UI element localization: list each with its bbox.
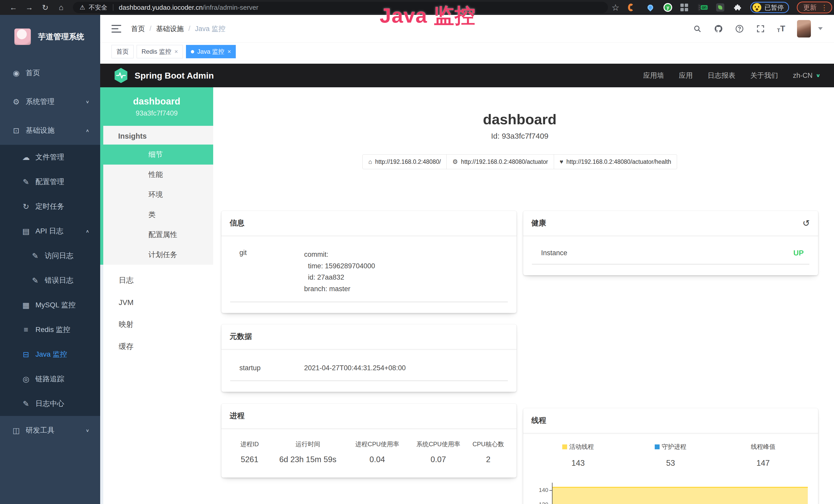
update-label: 更新: [803, 3, 816, 12]
sba-brand[interactable]: Spring Boot Admin: [113, 68, 214, 84]
instance-name: dashboard: [100, 96, 213, 107]
sidebar-item-scheduled-jobs[interactable]: ↻ 定时任务: [0, 194, 100, 219]
sba-nav-journal[interactable]: 日志报表: [708, 71, 736, 80]
close-icon[interactable]: ×: [174, 48, 178, 55]
extensions-puzzle-icon[interactable]: [733, 3, 743, 12]
tab-java-monitor[interactable]: Java 监控 ×: [186, 45, 236, 58]
cloud-icon: ☁: [21, 153, 31, 162]
peak-threads-value: 147: [717, 459, 809, 468]
threads-card: 线程 活动线程 143 守护进程: [523, 408, 818, 504]
info-card: 信息 git commit: time: 1596289704000 id: 2…: [221, 211, 517, 313]
not-secure-label[interactable]: 不安全: [89, 3, 107, 12]
tab-home[interactable]: 首页: [111, 45, 134, 58]
sidebar-item-home[interactable]: ◉ 首页: [0, 59, 100, 87]
user-avatar[interactable]: [797, 20, 811, 38]
home-icon: ⌂: [368, 158, 372, 165]
sidebar-item-redis-monitor[interactable]: ≡ Redis 监控: [0, 317, 100, 342]
extension-colorzilla-icon[interactable]: [628, 3, 638, 12]
actuator-url-button[interactable]: ⚙ http://192.168.0.2:48080/actuator: [446, 154, 554, 169]
sidebar-item-error-log[interactable]: ✎ 错误日志: [0, 268, 100, 293]
menu-item-jvm[interactable]: JVM: [103, 292, 213, 314]
fullscreen-icon[interactable]: [756, 24, 765, 33]
log-icon: ▤: [21, 227, 31, 236]
chevron-down-icon: ∨: [86, 428, 89, 433]
help-icon[interactable]: [735, 24, 744, 33]
url-path: /infra/admin-server: [203, 4, 258, 11]
cpu-cores: 2: [469, 451, 507, 467]
menu-item-scheduled-tasks[interactable]: 计划任务: [103, 245, 213, 265]
sidebar-item-java-monitor[interactable]: ⊟ Java 监控: [0, 342, 100, 367]
metadata-card-header: 元数据: [221, 324, 517, 349]
sidebar-item-infra[interactable]: ⊡ 基础设施 ∧: [0, 116, 100, 145]
font-size-icon[interactable]: TT: [777, 24, 785, 33]
sidebar-item-access-log[interactable]: ✎ 访问日志: [0, 244, 100, 268]
menu-item-caches[interactable]: 缓存: [103, 336, 213, 358]
menu-item-environment[interactable]: 环境: [103, 185, 213, 205]
sidebar-item-file-manage[interactable]: ☁ 文件管理: [0, 145, 100, 169]
menu-item-metrics[interactable]: 性能: [103, 165, 213, 185]
health-url-button[interactable]: ♥ http://192.168.0.2:48080/actuator/heal…: [554, 154, 677, 169]
chevron-up-icon: ∧: [86, 128, 89, 133]
sidebar-toggle-icon[interactable]: [111, 25, 121, 32]
screen-icon: ⊟: [21, 350, 31, 359]
sidebar-item-system[interactable]: ⚙ 系统管理 ∨: [0, 87, 100, 116]
menu-item-details[interactable]: 细节: [103, 144, 213, 165]
sba-language-select[interactable]: zh-CN ∨: [793, 72, 821, 79]
sba-content: dashboard Id: 93a3fc7f7409 ⌂ http://192.…: [213, 87, 834, 504]
threads-card-header: 线程: [523, 408, 818, 433]
timer-icon: ↻: [21, 202, 31, 211]
breadcrumb-home[interactable]: 首页: [131, 24, 145, 33]
wrench-icon: ⚙: [452, 158, 458, 165]
breadcrumb: 首页 / 基础设施 / Java 监控: [131, 24, 225, 33]
menu-item-config-props[interactable]: 配置属性: [103, 225, 213, 245]
breadcrumb-infra[interactable]: 基础设施: [156, 24, 184, 33]
browser-home-button[interactable]: ⌂: [54, 2, 68, 13]
github-icon[interactable]: [714, 24, 723, 33]
sba-nav-wallboard[interactable]: 应用墙: [643, 71, 664, 80]
browser-back-button[interactable]: ←: [7, 2, 20, 13]
sba-logo-icon: [113, 68, 128, 84]
gear-icon: ⚙: [11, 97, 22, 106]
threads-chart: 140 120 100: [532, 481, 810, 504]
y-tick-140: 140: [532, 487, 548, 494]
sidebar-item-dev-tools[interactable]: ◫ 研发工具 ∨: [0, 416, 100, 445]
extension-switch-on-icon[interactable]: on: [698, 3, 708, 12]
bookmark-star-icon[interactable]: ☆: [611, 3, 620, 12]
eye-icon: ◎: [21, 374, 31, 384]
extension-grid-icon[interactable]: [680, 3, 690, 12]
browser-menu-icon[interactable]: ⋮: [821, 3, 828, 12]
infra-submenu: ☁ 文件管理 ✎ 配置管理 ↻ 定时任务 ▤ API 日志 ∧ ✎ 访问日志 ✎: [0, 145, 100, 416]
close-icon[interactable]: ×: [227, 48, 231, 55]
extension-leaf-icon[interactable]: [715, 3, 725, 12]
avatar-caret-icon[interactable]: [818, 27, 823, 30]
tab-redis-monitor[interactable]: Redis 监控 ×: [137, 45, 183, 58]
sba-header: Spring Boot Admin 应用墙 应用 日志报表 关于我们 zh-CN…: [100, 64, 834, 87]
address-bar[interactable]: ⚠ 不安全 dashboard.yudao.iocoder.cn/infra/a…: [73, 2, 608, 13]
history-icon[interactable]: ↺: [803, 218, 810, 228]
sba-nav-about[interactable]: 关于我们: [750, 71, 778, 80]
menu-item-classes[interactable]: 类: [103, 205, 213, 225]
extension-pin-icon[interactable]: [645, 3, 655, 12]
browser-update-button[interactable]: 更新 ⋮: [797, 2, 832, 13]
sidebar-item-mysql-monitor[interactable]: ▦ MySQL 监控: [0, 293, 100, 317]
extension-y-icon[interactable]: y: [663, 3, 673, 12]
service-url-button[interactable]: ⌂ http://192.168.0.2:48080/: [363, 154, 447, 169]
sidebar-item-config-manage[interactable]: ✎ 配置管理: [0, 169, 100, 194]
sba-sidebar: dashboard 93a3fc7f7409 Insights 细节 性能 环境…: [100, 87, 213, 504]
url-separator: [113, 4, 113, 11]
instance-header: dashboard 93a3fc7f7409: [100, 87, 213, 126]
menu-item-mappings[interactable]: 映射: [103, 314, 213, 336]
active-tab-dot: [191, 50, 194, 53]
sidebar-item-api-log[interactable]: ▤ API 日志 ∧: [0, 219, 100, 244]
sidebar-item-tracing[interactable]: ◎ 链路追踪: [0, 367, 100, 391]
edit-icon: ✎: [21, 399, 31, 408]
url-host: dashboard.yudao.iocoder.cn/infra/admin-s…: [119, 4, 258, 12]
sidebar-item-log-center[interactable]: ✎ 日志中心: [0, 391, 100, 416]
menu-item-logs[interactable]: 日志: [103, 269, 213, 292]
sba-nav-applications[interactable]: 应用: [679, 71, 693, 80]
browser-forward-button[interactable]: →: [23, 2, 36, 13]
browser-reload-button[interactable]: ↻: [39, 2, 52, 13]
app-title: 芋道管理系统: [38, 31, 84, 42]
profile-paused-badge[interactable]: 已暂停: [750, 2, 789, 13]
search-icon[interactable]: [693, 24, 702, 33]
